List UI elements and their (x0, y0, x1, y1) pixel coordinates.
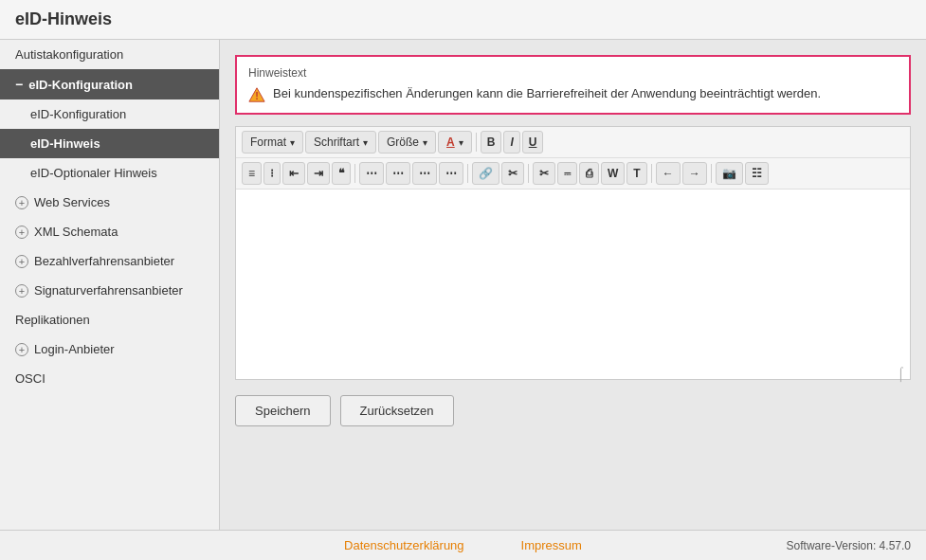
cut-button[interactable]: ✂ (533, 162, 555, 185)
reset-button[interactable]: Zurücksetzen (340, 395, 454, 426)
alert-content: ! Bei kundenspezifischen Änderungen kann… (248, 85, 898, 103)
unordered-list-icon: ⁝ (270, 167, 274, 180)
paste-word-button[interactable]: W (601, 162, 625, 185)
unlink-icon: ✂ (508, 167, 517, 180)
align-left-button[interactable]: ⋯ (359, 162, 384, 185)
toolbar-separator-5 (651, 164, 652, 183)
unordered-list-button[interactable]: ⁝ (263, 162, 281, 185)
resize-handle[interactable]: ⌠ (897, 366, 908, 377)
align-right-button[interactable]: ⋯ (412, 162, 437, 185)
sidebar-item-eid-hinweis[interactable]: eID-Hinweis (0, 129, 219, 158)
undo-button[interactable]: ← (656, 162, 681, 185)
copy-button[interactable]: ⎓ (557, 162, 577, 185)
impressum-link[interactable]: Impressum (521, 538, 582, 552)
plus-icon: + (15, 255, 28, 268)
image-icon: 📷 (722, 167, 736, 180)
outdent-button[interactable]: ⇤ (282, 162, 305, 185)
paste-word-icon: W (608, 167, 618, 180)
title-bar: eID-Hinweis (0, 0, 926, 40)
schriftart-dropdown[interactable]: Schriftart (305, 131, 376, 154)
minus-icon: − (15, 77, 23, 92)
plus-icon: + (15, 226, 28, 239)
app-container: eID-Hinweis Autistakonfiguration − eID-K… (0, 0, 926, 560)
content-area: Hinweistext ! Bei kundenspezifischen Änd… (220, 40, 926, 530)
undo-icon: ← (663, 167, 674, 180)
copy-icon: ⎓ (564, 167, 571, 180)
plus-icon: + (15, 343, 28, 356)
sidebar-item-label: eID-Hinweis (30, 136, 100, 151)
groesse-dropdown[interactable]: Größe (378, 131, 436, 154)
sidebar-item-label: eID-Optionaler Hinweis (30, 166, 157, 180)
italic-button[interactable]: I (503, 131, 519, 154)
paste-text-icon: T (633, 167, 640, 180)
editor-body[interactable]: ⌠ (236, 190, 910, 379)
version-label: Software-Version: 4.57.0 (787, 539, 911, 552)
outdent-icon: ⇤ (289, 167, 299, 180)
paste-icon: ⎙ (586, 167, 592, 180)
paste-text-button[interactable]: T (626, 162, 646, 185)
alert-box: Hinweistext ! Bei kundenspezifischen Änd… (235, 55, 911, 115)
sidebar-item-eid-konfiguration-sub[interactable]: eID-Konfiguration (0, 99, 219, 129)
sidebar-item-label: Replikationen (15, 313, 90, 327)
sidebar-item-label: Bezahlverfahrensanbieter (34, 254, 174, 268)
align-justify-button[interactable]: ⋯ (439, 162, 463, 185)
sidebar-item-bezahlverfahrensanbieter[interactable]: + Bezahlverfahrensanbieter (0, 246, 219, 276)
sidebar-item-label: Web Services (34, 195, 110, 209)
align-center-icon: ⋯ (392, 167, 404, 180)
alert-label: Hinweistext (248, 66, 898, 80)
font-color-icon: A (446, 135, 455, 149)
sidebar-item-signaturverfahrensanbieter[interactable]: + Signaturverfahrensanbieter (0, 276, 219, 305)
sidebar-item-eid-optionaler-hinweis[interactable]: eID-Optionaler Hinweis (0, 158, 219, 188)
sidebar-item-xml-schemata[interactable]: + XML Schemata (0, 217, 219, 246)
sidebar-item-label: eID-Konfiguration (30, 107, 126, 121)
underline-button[interactable]: U (522, 131, 544, 154)
insert-table-button[interactable]: ☷ (745, 162, 769, 185)
cut-icon: ✂ (539, 167, 549, 180)
link-button[interactable]: 🔗 (472, 162, 499, 185)
align-center-button[interactable]: ⋯ (386, 162, 410, 185)
datenschutz-link[interactable]: Datenschutzerklärung (344, 538, 463, 552)
unlink-button[interactable]: ✂ (501, 162, 524, 185)
sidebar-item-web-services[interactable]: + Web Services (0, 188, 219, 217)
redo-button[interactable]: → (682, 162, 707, 185)
indent-button[interactable]: ⇥ (307, 162, 330, 185)
bold-button[interactable]: B (481, 131, 502, 154)
font-color-dropdown[interactable]: A (438, 131, 472, 154)
redo-icon: → (689, 167, 700, 180)
sidebar-item-label: Signaturverfahrensanbieter (34, 283, 183, 298)
action-buttons: Speichern Zurücksetzen (235, 395, 911, 426)
format-dropdown[interactable]: Format (242, 131, 303, 154)
sidebar-item-eid-konfiguration-parent[interactable]: − eID-Konfiguration (0, 69, 219, 99)
align-right-icon: ⋯ (419, 167, 430, 180)
plus-icon: + (15, 284, 28, 298)
align-justify-icon: ⋯ (445, 167, 457, 180)
ordered-list-button[interactable]: ≡ (242, 162, 262, 185)
sidebar-item-label: Login-Anbieter (34, 342, 115, 356)
link-icon: 🔗 (479, 167, 493, 180)
ordered-list-icon: ≡ (248, 167, 255, 180)
sidebar-item-label: XML Schemata (34, 225, 118, 239)
blockquote-icon: ❝ (338, 167, 344, 180)
sidebar-item-autistakonfiguration[interactable]: Autistakonfiguration (0, 40, 219, 69)
table-icon: ☷ (752, 167, 762, 180)
indent-icon: ⇥ (314, 167, 323, 180)
warning-icon: ! (248, 86, 265, 103)
plus-icon: + (15, 196, 28, 209)
sidebar: Autistakonfiguration − eID-Konfiguration… (0, 40, 220, 530)
toolbar-row-2: ≡ ⁝ ⇤ ⇥ ❝ ⋯ (236, 158, 910, 190)
alert-message: Bei kundenspezifischen Änderungen kann d… (273, 85, 821, 102)
app-title: eID-Hinweis (15, 9, 112, 28)
toolbar-separator-4 (528, 164, 529, 183)
editor-container: Format Schriftart Größe A B (235, 126, 911, 380)
sidebar-item-osci[interactable]: OSCI (0, 364, 219, 393)
paste-button[interactable]: ⎙ (579, 162, 599, 185)
main-area: Autistakonfiguration − eID-Konfiguration… (0, 40, 926, 530)
sidebar-item-label: OSCI (15, 371, 45, 386)
insert-image-button[interactable]: 📷 (716, 162, 743, 185)
toolbar-separator-3 (467, 164, 468, 183)
save-button[interactable]: Speichern (235, 395, 331, 426)
sidebar-item-login-anbieter[interactable]: + Login-Anbieter (0, 334, 219, 364)
blockquote-button[interactable]: ❝ (332, 162, 351, 185)
sidebar-item-replikationen[interactable]: Replikationen (0, 305, 219, 334)
align-left-icon: ⋯ (366, 167, 377, 180)
